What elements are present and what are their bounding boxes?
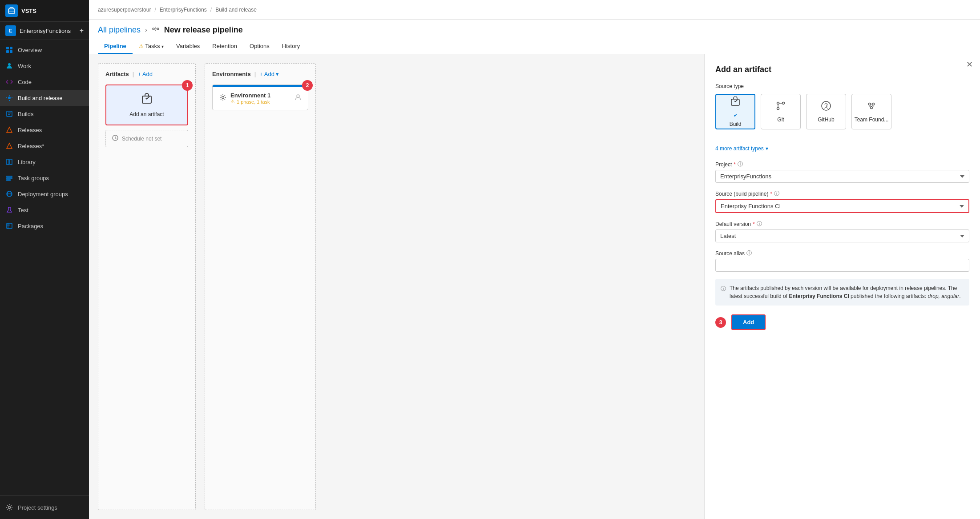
pipeline-canvas: Artifacts | + Add 1 Add an artifact	[89, 54, 704, 519]
add-project-button[interactable]: +	[80, 27, 84, 35]
source-type-build[interactable]: ✔ Build	[715, 94, 755, 129]
source-type-label: Source type	[715, 83, 969, 89]
pipeline-icon	[152, 25, 160, 35]
sidebar-item-work[interactable]: Work	[0, 58, 89, 74]
breadcrumb-project[interactable]: EnterprisyFunctions	[160, 7, 207, 13]
panel-title: Add an artifact	[715, 65, 969, 74]
add-button-row: 3 Add	[715, 314, 969, 330]
main-area: azuresuperpowerstour / EnterprisyFunctio…	[89, 0, 980, 519]
more-artifacts-chevron: ▾	[766, 145, 768, 152]
svg-rect-21	[7, 223, 12, 229]
source-type-teamfound-label: Team Found...	[855, 117, 889, 123]
project-group: Project * ⓘ EnterprisyFunctions	[715, 161, 969, 183]
sidebar: VSTS E EnterprisyFunctions + Overview Wo…	[0, 0, 89, 519]
default-version-info-icon[interactable]: ⓘ	[757, 220, 762, 228]
teamfound-source-icon	[866, 101, 877, 114]
tab-tasks[interactable]: ⚠ Tasks ▾	[133, 39, 170, 54]
sidebar-item-builds[interactable]: Builds	[0, 106, 89, 122]
sidebar-item-task-groups[interactable]: Task groups	[0, 170, 89, 186]
env-user-icon	[294, 94, 302, 103]
env-name: Environment 1	[230, 92, 291, 99]
svg-point-37	[871, 107, 873, 109]
source-alias-input[interactable]: _Enterprisy Functions CI	[715, 259, 969, 272]
sidebar-item-build-release[interactable]: Build and release	[0, 90, 89, 106]
all-pipelines-link[interactable]: All pipelines	[98, 25, 141, 35]
github-source-icon	[821, 101, 831, 114]
env-gear-icon	[219, 93, 227, 104]
environment-box[interactable]: Environment 1 ⚠ 1 phase, 1 task	[212, 84, 308, 110]
sidebar-item-releases[interactable]: Releases	[0, 122, 89, 138]
schedule-box[interactable]: Schedule not set	[105, 130, 188, 147]
panel-close-button[interactable]: ✕	[966, 60, 973, 69]
sidebar-label-test: Test	[18, 207, 28, 213]
tab-pipeline[interactable]: Pipeline	[98, 39, 133, 54]
tab-history[interactable]: History	[276, 39, 306, 54]
svg-point-28	[222, 96, 224, 98]
tab-options[interactable]: Options	[243, 39, 276, 54]
title-arrow: ›	[145, 26, 147, 33]
svg-rect-14	[10, 159, 12, 165]
breadcrumb-sep-2: /	[210, 7, 212, 13]
schedule-label: Schedule not set	[122, 136, 161, 142]
breadcrumb-org[interactable]: azuresuperpowerstour	[98, 7, 151, 13]
svg-point-33	[777, 102, 779, 105]
sidebar-footer: Project settings	[0, 495, 89, 519]
step-2-badge: 2	[302, 80, 313, 91]
tab-variables[interactable]: Variables	[170, 39, 206, 54]
breadcrumb-sep-1: /	[154, 7, 156, 13]
tab-tasks-chevron: ▾	[161, 44, 164, 49]
sidebar-item-library[interactable]: Library	[0, 154, 89, 170]
vsts-logo	[5, 4, 18, 17]
more-artifacts-link[interactable]: 4 more artifact types ▾	[715, 145, 969, 152]
sidebar-item-project-settings[interactable]: Project settings	[0, 499, 89, 515]
source-pipeline-label: Source (build pipeline) * ⓘ	[715, 190, 969, 197]
artifacts-label: Artifacts	[105, 71, 129, 77]
project-header[interactable]: E EnterprisyFunctions +	[0, 22, 89, 40]
project-info-icon[interactable]: ⓘ	[738, 161, 743, 168]
svg-point-31	[777, 108, 779, 110]
default-version-required: *	[753, 221, 755, 227]
sidebar-label-deployment-groups: Deployment groups	[18, 191, 68, 197]
source-type-teamfound[interactable]: Team Found...	[851, 94, 891, 129]
source-type-git-label: Git	[777, 117, 784, 123]
svg-point-29	[297, 95, 299, 97]
sidebar-item-releases-star[interactable]: Releases*	[0, 138, 89, 154]
clock-icon	[112, 135, 118, 142]
builds-icon	[5, 110, 13, 118]
work-icon	[5, 62, 13, 70]
add-artifact-button[interactable]: + Add	[137, 71, 153, 77]
project-select[interactable]: EnterprisyFunctions	[715, 170, 969, 183]
source-type-group: Source type ✔ Build	[715, 83, 969, 138]
artifact-box[interactable]: 1 Add an artifact	[105, 84, 188, 125]
topbar: azuresuperpowerstour / EnterprisyFunctio…	[89, 0, 980, 20]
sidebar-label-task-groups: Task groups	[18, 175, 49, 181]
sidebar-item-test[interactable]: Test	[0, 202, 89, 218]
source-alias-group: Source alias ⓘ _Enterprisy Functions CI	[715, 249, 969, 272]
test-icon	[5, 206, 13, 214]
source-alias-info-icon[interactable]: ⓘ	[746, 249, 752, 257]
sidebar-label-overview: Overview	[18, 47, 42, 53]
source-type-github[interactable]: GitHub	[806, 94, 846, 129]
add-artifact-submit-button[interactable]: Add	[731, 314, 766, 330]
sidebar-item-overview[interactable]: Overview	[0, 42, 89, 58]
svg-rect-5	[10, 50, 12, 53]
svg-rect-8	[7, 111, 12, 117]
sidebar-item-code[interactable]: Code	[0, 74, 89, 90]
svg-rect-16	[7, 178, 12, 179]
source-type-git[interactable]: Git	[761, 94, 801, 129]
source-pipeline-select[interactable]: Enterprisy Functions CI	[715, 199, 969, 213]
default-version-select[interactable]: Latest	[715, 229, 969, 242]
sidebar-item-deployment-groups[interactable]: Deployment groups	[0, 186, 89, 202]
tab-retention[interactable]: Retention	[206, 39, 243, 54]
add-environment-button[interactable]: + Add ▾	[259, 71, 279, 77]
more-artifacts-label: 4 more artifact types	[715, 145, 764, 152]
sidebar-item-packages[interactable]: Packages	[0, 218, 89, 234]
page-title-row: All pipelines › New release pipeline	[98, 25, 971, 35]
source-info-icon[interactable]: ⓘ	[774, 190, 779, 197]
step-1-badge: 1	[182, 80, 193, 91]
source-type-build-label: Build	[730, 121, 742, 127]
svg-point-23	[153, 28, 154, 30]
environments-section: Environments | + Add ▾ 2	[205, 63, 316, 510]
info-box-text: The artifacts published by each version …	[730, 284, 964, 300]
deployment-groups-icon	[5, 190, 13, 198]
